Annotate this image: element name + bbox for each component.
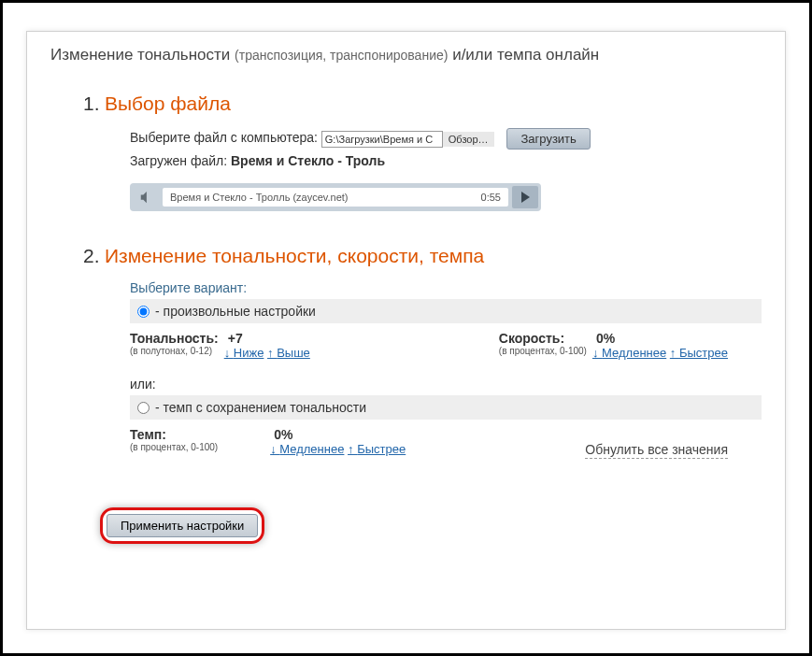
speed-faster-link[interactable]: ↑ Быстрее	[670, 346, 728, 360]
radio-custom-label: - произвольные настройки	[155, 304, 316, 319]
speed-slower-link[interactable]: ↓ Медленнее	[592, 346, 666, 360]
radio-tempo-label: - темп с сохранением тональности	[155, 400, 366, 415]
tempo-value: 0%	[274, 427, 406, 442]
player-time: 0:55	[481, 192, 501, 203]
speed-value: 0%	[596, 331, 728, 346]
file-path-input[interactable]: G:\Загрузки\Время и С	[321, 131, 443, 148]
speed-block: Скорость: (в процентах, 0-100) 0% ↓ Медл…	[499, 331, 728, 360]
loaded-label: Загружен файл:	[130, 153, 227, 168]
title-sub: (транспозиция, транспонирование)	[235, 48, 448, 63]
file-select-row: Выберите файл с компьютера: G:\Загрузки\…	[130, 128, 762, 150]
upload-button[interactable]: Загрузить	[506, 128, 590, 150]
radio-row-custom[interactable]: - произвольные настройки	[130, 299, 762, 323]
radio-custom[interactable]	[137, 306, 150, 318]
tempo-slower-link[interactable]: ↓ Медленнее	[270, 442, 344, 456]
tempo-block: Темп: (в процентах, 0-100) 0% ↓ Медленне…	[130, 427, 406, 457]
speaker-icon[interactable]	[133, 186, 159, 208]
apply-button[interactable]: Применить настройки	[107, 514, 258, 537]
page-title: Изменение тональности (транспозиция, тра…	[50, 46, 762, 64]
tone-hint: (в полутонах, 0-12)	[130, 346, 219, 356]
player-track[interactable]: Время и Стекло - Тролль (zaycev.net) 0:5…	[163, 188, 508, 207]
player-track-title: Время и Стекло - Тролль (zaycev.net)	[170, 192, 349, 203]
loaded-file-name: Время и Стекло - Троль	[231, 153, 385, 168]
section1-heading: 1. Выбор файла	[83, 93, 762, 115]
or-label: или:	[130, 377, 762, 392]
play-button[interactable]	[512, 186, 538, 208]
tone-value: +7	[228, 331, 310, 346]
section1-title: Выбор файла	[105, 93, 231, 114]
title-main: Изменение тональности	[50, 46, 230, 64]
tone-block: Тональность: (в полутонах, 0-12) +7 ↓ Ни…	[130, 331, 310, 360]
reset-link[interactable]: Обнулить все значения	[585, 442, 728, 459]
radio-tempo[interactable]	[137, 402, 150, 414]
play-icon	[521, 192, 530, 203]
radio-row-tempo[interactable]: - темп с сохранением тональности	[130, 395, 762, 420]
section2-title: Изменение тональности, скорости, темпа	[105, 245, 484, 266]
tone-higher-link[interactable]: ↑ Выше	[267, 346, 310, 360]
loaded-row: Загружен файл: Время и Стекло - Троль	[130, 153, 762, 168]
tempo-label: Темп:	[130, 427, 166, 442]
section1-number: 1.	[83, 93, 100, 114]
section2-heading: 2. Изменение тональности, скорости, темп…	[83, 245, 762, 267]
section2-number: 2.	[83, 245, 100, 266]
tone-label: Тональность:	[130, 331, 219, 346]
browse-button[interactable]: Обзор…	[443, 132, 494, 147]
speed-hint: (в процентах, 0-100)	[499, 346, 587, 356]
audio-player: Время и Стекло - Тролль (zaycev.net) 0:5…	[130, 183, 541, 211]
title-tail: и/или темпа онлайн	[452, 46, 599, 64]
choose-variant-label: Выберите вариант:	[130, 280, 762, 295]
tempo-hint: (в процентах, 0-100)	[130, 442, 218, 452]
tempo-faster-link[interactable]: ↑ Быстрее	[348, 442, 406, 456]
apply-highlight: Применить настройки	[100, 507, 264, 544]
tone-lower-link[interactable]: ↓ Ниже	[224, 346, 264, 360]
reset-block: Обнулить все значения	[585, 427, 728, 457]
speed-label: Скорость:	[499, 331, 564, 346]
choose-file-label: Выберите файл с компьютера:	[130, 130, 318, 145]
